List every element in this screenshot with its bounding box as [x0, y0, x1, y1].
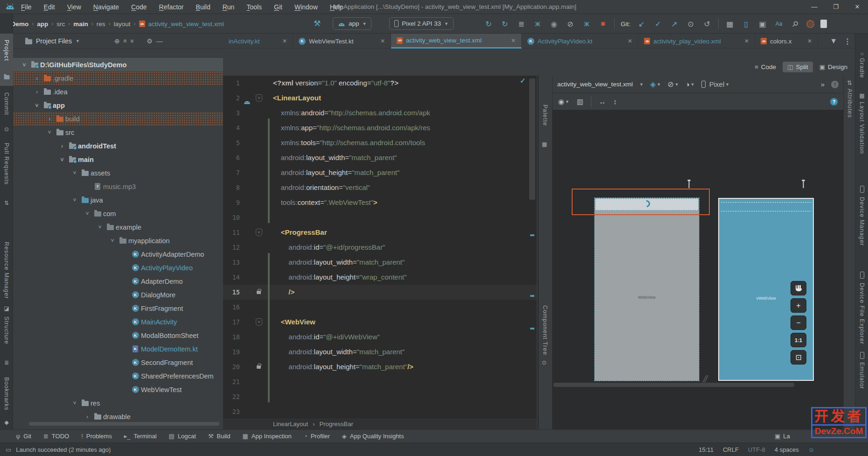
breadcrumb-file[interactable]: activity_web_view_test.xml [148, 21, 224, 28]
code-line-20[interactable]: 20 android:layout_height="match_parent"/… [223, 359, 537, 374]
tab-activityplayvideo-kt[interactable]: KActivityPlayVideo.kt✕ [522, 34, 638, 49]
close-tab-icon[interactable]: ✕ [744, 38, 749, 44]
tab-attributes[interactable]: Attributes [847, 89, 853, 118]
code-line-12[interactable]: 12 android:id="@+id/progressBar" [223, 240, 537, 255]
tree-item-example[interactable]: ˅example [13, 220, 223, 234]
design-surface-icon[interactable]: ◈▼ [650, 80, 661, 89]
tab-component-tree[interactable]: Component Tree [542, 305, 548, 355]
settings-sliver-icon[interactable] [820, 20, 827, 28]
build-hammer-icon[interactable]: ⚒ [314, 19, 321, 28]
fold-marker-icon[interactable]: ˅ [256, 318, 262, 326]
pan-button[interactable] [791, 281, 806, 295]
tool-device-file-explorer-icon[interactable] [855, 272, 868, 280]
code-line-9[interactable]: 9 tools:context=".WebViewTest"> [223, 195, 537, 210]
indent-indicator[interactable]: 4 spaces [775, 446, 799, 453]
menu-file[interactable]: File [21, 3, 32, 11]
help-icon[interactable]: ? [830, 98, 838, 105]
tab-activity-web-view-test-xml[interactable]: </>activity_web_view_test.xml✕ [391, 34, 522, 49]
collapse-all-icon[interactable]: » [129, 39, 136, 43]
tool-gradle-icon[interactable]: ○ [855, 50, 868, 57]
line-ending-indicator[interactable]: CRLF [723, 446, 739, 453]
resize-handle[interactable]: ╱╱ [703, 375, 707, 382]
tree-item-webviewtest[interactable]: KWebViewTest [13, 383, 223, 396]
tree-item-myapplication[interactable]: ˅myapplication [13, 234, 223, 247]
tab-colors-x[interactable]: </>colors.x✕ [755, 34, 818, 49]
tree-item--idea[interactable]: ›.idea [13, 85, 223, 98]
design-horizontal-scrollbar[interactable] [553, 383, 794, 387]
code-line-10[interactable]: 10 [223, 210, 537, 225]
tool-device-manager[interactable]: Device Manager [859, 197, 865, 246]
tool-logcat[interactable]: ▤Logcat [169, 433, 196, 440]
orientation-icon[interactable]: ⊘▼ [667, 80, 679, 89]
menu-git[interactable]: Git [274, 3, 282, 11]
orientation-horizontal-icon[interactable]: ↔ [599, 98, 606, 105]
tree-item-adapterdemo[interactable]: KAdapterDemo [13, 274, 223, 288]
tool-terminal[interactable]: ▸_Terminal [124, 433, 157, 440]
code-line-23[interactable]: 23 [223, 404, 537, 418]
breadcrumb-layout[interactable]: layout [114, 21, 131, 28]
tool-resource-manager[interactable]: Resource Manager [3, 242, 10, 299]
tree-item-java[interactable]: ˅java [13, 193, 223, 207]
tool-structure-icon[interactable]: ≣ [0, 359, 13, 366]
editor-scrollbar[interactable] [529, 78, 535, 200]
code-line-22[interactable]: 22 [223, 389, 537, 404]
view-mode-code[interactable]: ≡Code [750, 62, 781, 72]
tree-item--gradle[interactable]: ›.gradle [13, 71, 223, 85]
close-tab-icon[interactable]: ✕ [628, 38, 632, 44]
orientation-vertical-icon[interactable]: ↕ [613, 98, 617, 105]
expand-all-icon[interactable]: « [122, 39, 129, 43]
tree-item-dialogmore[interactable]: KDialogMore [13, 288, 223, 302]
tool-commit-icon[interactable]: ⊙ [0, 126, 13, 133]
stop-icon[interactable]: ■ [598, 20, 608, 28]
menu-edit[interactable]: Edit [44, 3, 55, 11]
tool-app-inspection[interactable]: ▦App Inspection [243, 433, 292, 440]
git-rollback-icon[interactable]: ↺ [702, 20, 712, 28]
tool-device-manager-icon[interactable] [855, 186, 868, 194]
close-tab-icon[interactable]: ✕ [380, 38, 385, 44]
code-line-7[interactable]: 7 android:layout_height="match_parent" [223, 165, 537, 180]
device-select[interactable]: Pixel 2 API 33 ▼ [389, 17, 454, 30]
build-variants-icon[interactable]: ≣ [516, 20, 526, 28]
code-line-15[interactable]: 15 /> [223, 285, 537, 300]
tool-problems[interactable]: !Problems [81, 433, 112, 440]
view-mode-split[interactable]: ◫Split [783, 62, 813, 72]
tool-profiler[interactable]: ◔Profiler [304, 433, 330, 440]
minimize-button[interactable]: — [804, 0, 825, 14]
tab-list-chevron-icon[interactable]: ▼ [830, 37, 837, 45]
tool-layout-validation-icon[interactable]: ▦ [855, 92, 868, 99]
tree-item-build[interactable]: ›build [13, 112, 223, 126]
code-line-1[interactable]: 1<?xml version="1.0" encoding="utf-8"?> [223, 76, 537, 91]
code-line-13[interactable]: 13 android:layout_width="match_parent" [223, 255, 537, 270]
tree-item-app[interactable]: ˅app [13, 98, 223, 112]
editor-breadcrumb-progressbar[interactable]: ProgressBar [320, 421, 353, 428]
tool-emulator-icon[interactable] [855, 352, 868, 360]
tab-inactivity-kt[interactable]: inActivity.kt✕ [223, 34, 293, 49]
tool-emulator[interactable]: Emulator [859, 362, 865, 389]
settings-icon[interactable]: ⚙ [147, 37, 153, 45]
tool-pull-requests[interactable]: Pull Requests [3, 143, 10, 185]
overflow-icon[interactable]: » [821, 80, 825, 88]
tree-item-music-mp3[interactable]: ?music.mp3 [13, 180, 223, 193]
breadcrumb-app[interactable]: app [37, 21, 48, 28]
code-editor[interactable]: 1<?xml version="1.0" encoding="utf-8"?>2… [223, 76, 537, 418]
code-line-11[interactable]: 11˅ <ProgressBar [223, 225, 537, 240]
fold-marker-icon[interactable]: ˅ [256, 229, 262, 236]
tool-structure[interactable]: Structure [3, 316, 10, 344]
preview-device-select[interactable]: Pixel▼ [701, 80, 730, 88]
zoom-ratio-button[interactable]: 1:1 [791, 333, 806, 347]
tree-item-firstfragment[interactable]: KFirstFragment [13, 302, 223, 315]
close-tab-icon[interactable]: ✕ [807, 38, 812, 44]
device-manager-icon[interactable]: ▯ [741, 20, 751, 28]
design-file-select[interactable]: activity_web_view_test.xml [557, 81, 633, 88]
issues-icon[interactable]: ! [831, 81, 839, 88]
code-line-17[interactable]: 17˅ <WebView [223, 315, 537, 330]
locate-icon[interactable]: ⊕ [114, 37, 120, 45]
code-line-6[interactable]: 6 android:layout_width="match_parent" [223, 150, 537, 165]
tree-item-res[interactable]: ˅res [13, 396, 223, 410]
code-line-8[interactable]: 8 android:orientation="vertical" [223, 180, 537, 195]
encoding-indicator[interactable]: UTF-8 [748, 446, 765, 453]
search-everywhere-icon[interactable]: ⚲ [789, 17, 802, 31]
tool-commit[interactable]: Commit [3, 92, 10, 115]
tool-project-icon[interactable] [0, 74, 13, 81]
project-panel-header[interactable]: Project Files ▼ ⊕ « » ⚙ — [13, 34, 223, 49]
